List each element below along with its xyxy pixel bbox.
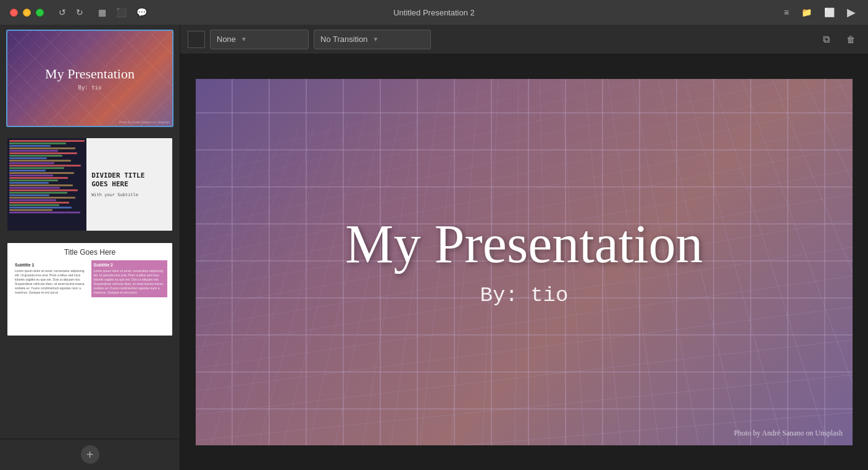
- code-line: [9, 194, 49, 196]
- transition-dropdown-arrow: ▼: [373, 36, 379, 43]
- code-line: [9, 197, 75, 199]
- titlebar: ↺ ↻ ▦ ⬛ 💬 Untitled Presentation 2 ≡ 📁 ⬜ …: [0, 0, 868, 25]
- code-line: [9, 207, 72, 208]
- code-line: [9, 160, 71, 162]
- slide-2-divider-title: DIVIDER TITLEGOES HERE: [91, 171, 167, 189]
- transition-dropdown[interactable]: No Transition ▼: [314, 30, 431, 49]
- slide-3-col1: Subtitle 1 Lorem ipsum dolor sit amet, c…: [12, 260, 89, 297]
- grid-view-icon[interactable]: ▦: [96, 5, 109, 20]
- duplicate-button[interactable]: ⧉: [816, 30, 836, 49]
- list-view-icon[interactable]: ≡: [782, 5, 791, 20]
- code-line: [9, 184, 73, 186]
- code-line: [9, 152, 77, 154]
- animation-dropdown-label: None: [217, 35, 236, 44]
- code-line: [9, 199, 56, 201]
- content-area: None ▼ No Transition ▼ ⧉ 🗑: [180, 25, 868, 470]
- code-line: [9, 192, 67, 194]
- code-line: [9, 189, 78, 191]
- slide-3-body2: Lorem ipsum dolor sit amet, consectetur …: [94, 269, 165, 295]
- code-line: [9, 204, 59, 206]
- slide-1-credit: Photo by André Sanano on Unsplash: [119, 120, 170, 124]
- slide-canvas[interactable]: My Presentation By: tio Photo by André S…: [196, 79, 853, 445]
- code-line: [9, 175, 53, 176]
- main-layout: My Presentation By: tio Photo by André S…: [0, 25, 868, 470]
- slide-1-by: By: tio: [78, 85, 102, 91]
- slide-main-title[interactable]: My Presentation: [345, 217, 703, 271]
- slide-3-subtitle2: Subtitle 2: [94, 263, 165, 267]
- code-line: [9, 140, 85, 142]
- window-title-text: Untitled Presentation 2: [393, 8, 475, 17]
- slide-photo-credit: Photo by André Sanano on Unsplash: [734, 429, 843, 438]
- fullscreen-button[interactable]: [36, 9, 44, 17]
- comment-icon[interactable]: 💬: [134, 5, 149, 20]
- color-swatch[interactable]: [188, 31, 205, 48]
- titlebar-controls: ≡ 📁 ⬜ ▶: [782, 3, 858, 22]
- slide-1-title: My Presentation: [45, 66, 135, 82]
- sidebar-toggle-icon[interactable]: ⬜: [822, 5, 837, 20]
- delete-button[interactable]: 🗑: [841, 30, 861, 49]
- slide-thumbnail-2[interactable]: DIVIDER TITLEGOES HERE With your Subtitl…: [6, 137, 173, 232]
- slide-3-col2: Subtitle 2 Lorem ipsum dolor sit amet, c…: [91, 260, 168, 297]
- minimize-button[interactable]: [23, 9, 31, 17]
- code-line: [9, 167, 64, 169]
- animation-dropdown[interactable]: None ▼: [210, 30, 309, 49]
- code-line: [9, 187, 60, 189]
- undo-icon[interactable]: ↺: [56, 5, 69, 20]
- code-line: [9, 157, 47, 159]
- code-line: [9, 147, 75, 149]
- code-line: [9, 150, 58, 152]
- code-line: [9, 170, 46, 171]
- slide-thumbnail-3[interactable]: Title Goes Here Subtitle 1 Lorem ipsum d…: [6, 242, 173, 337]
- play-icon[interactable]: ▶: [845, 3, 858, 22]
- slide-3-title: Title Goes Here: [12, 248, 167, 257]
- redo-icon[interactable]: ↻: [73, 5, 86, 20]
- code-line: [9, 165, 81, 167]
- slide-3-preview: Title Goes Here Subtitle 1 Lorem ipsum d…: [7, 243, 172, 336]
- slideshow-icon[interactable]: ⬛: [114, 5, 129, 20]
- sidebar-footer: +: [0, 439, 180, 470]
- titlebar-left: ↺ ↻ ▦ ⬛ 💬: [10, 5, 149, 20]
- code-line: [9, 212, 80, 213]
- toolbar: None ▼ No Transition ▼ ⧉ 🗑: [180, 25, 868, 54]
- code-line: [9, 142, 66, 144]
- slide-3-columns: Subtitle 1 Lorem ipsum dolor sit amet, c…: [12, 260, 167, 297]
- code-background: [7, 138, 86, 231]
- slide-2-code-bg: [7, 138, 86, 231]
- code-line: [9, 172, 74, 174]
- code-line: [9, 162, 54, 164]
- code-line: [9, 202, 69, 204]
- slide-3-subtitle1: Subtitle 1: [15, 263, 86, 267]
- trash-icon: 🗑: [846, 35, 855, 44]
- slide-2-text-area: DIVIDER TITLEGOES HERE With your Subtitl…: [86, 138, 172, 231]
- code-line: [9, 179, 58, 181]
- slide-3-body1: Lorem ipsum dolor sit amet, consectetur …: [15, 269, 86, 295]
- code-line: [9, 182, 49, 184]
- duplicate-icon: ⧉: [823, 34, 830, 45]
- window-title: Untitled Presentation 2: [393, 8, 475, 17]
- undo-redo-group: ↺ ↻: [56, 5, 86, 20]
- code-line: [9, 155, 62, 157]
- slide-canvas-wrapper: My Presentation By: tio Photo by André S…: [180, 54, 868, 470]
- slide-2-preview: DIVIDER TITLEGOES HERE With your Subtitl…: [7, 138, 172, 231]
- close-button[interactable]: [10, 9, 18, 17]
- folder-icon[interactable]: 📁: [799, 5, 814, 20]
- add-slide-button[interactable]: +: [81, 445, 99, 464]
- slide-content: My Presentation By: tio: [196, 79, 853, 445]
- slide-panel: My Presentation By: tio Photo by André S…: [0, 25, 180, 470]
- transition-dropdown-label: No Transition: [320, 35, 368, 44]
- slide-1-preview: My Presentation By: tio Photo by André S…: [7, 31, 172, 126]
- code-line: [9, 145, 51, 147]
- animation-dropdown-arrow: ▼: [241, 36, 247, 43]
- code-line: [9, 177, 68, 179]
- slide-thumbnail-1[interactable]: My Presentation By: tio Photo by André S…: [6, 30, 173, 127]
- code-line: [9, 209, 52, 211]
- slide-by-line[interactable]: By: tio: [480, 284, 569, 307]
- slide-2-subtitle: With your Subtitle: [91, 192, 167, 197]
